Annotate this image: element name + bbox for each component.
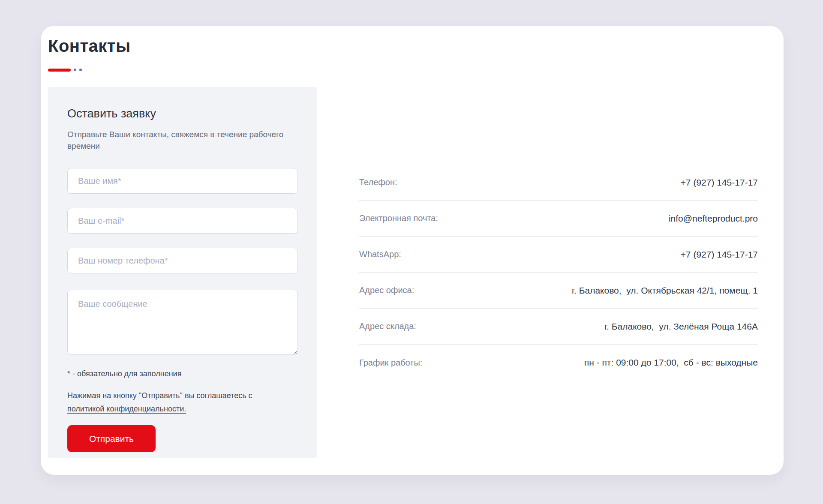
- contact-label: Телефон:: [359, 177, 397, 187]
- contact-row-whatsapp: WhatsApp: +7 (927) 145-17-17: [359, 237, 758, 273]
- contact-label: Адрес склада:: [359, 321, 416, 331]
- dot-decoration: [74, 69, 76, 71]
- page-title: Контакты: [48, 36, 131, 56]
- contact-label: Электронная почта:: [359, 213, 438, 223]
- form-description: Отправьте Ваши контакты, свяжемся в тече…: [67, 129, 290, 152]
- name-input[interactable]: [67, 168, 298, 194]
- contact-row-office-address: Адрес офиса: г. Балаково, ул. Октябрьска…: [359, 273, 758, 309]
- contact-value: г. Балаково, ул. Зелёная Роща 146А: [604, 321, 758, 332]
- privacy-policy-link[interactable]: политикой конфиденциальности.: [67, 405, 186, 413]
- email-input[interactable]: [67, 208, 298, 234]
- contact-info-list: Телефон: +7 (927) 145-17-17 Электронная …: [359, 165, 758, 381]
- title-underline-decoration: [48, 68, 82, 72]
- consent-prefix: Нажимая на кнопку "Отправить" вы соглаша…: [67, 391, 252, 400]
- contact-row-phone: Телефон: +7 (927) 145-17-17: [359, 165, 758, 201]
- required-fields-note: * - обязательно для заполнения: [67, 369, 298, 378]
- contacts-section-card: Контакты Оставить заявку Отправьте Ваши …: [41, 26, 784, 475]
- contact-value: +7 (927) 145-17-17: [681, 177, 758, 188]
- contact-value: +7 (927) 145-17-17: [681, 249, 758, 260]
- contact-label: График работы:: [359, 358, 422, 368]
- red-bar-decoration: [48, 69, 71, 72]
- submit-button[interactable]: Отправить: [67, 425, 156, 452]
- consent-text: Нажимая на кнопку "Отправить" вы соглаша…: [67, 389, 269, 416]
- request-form-panel: Оставить заявку Отправьте Ваши контакты,…: [48, 87, 317, 458]
- contact-label: Адрес офиса:: [359, 285, 414, 295]
- contact-value: пн - пт: 09:00 до 17:00, сб - вс: выходн…: [584, 357, 758, 368]
- contact-label: WhatsApp:: [359, 249, 401, 259]
- contact-row-email: Электронная почта: info@nefteproduct.pro: [359, 201, 758, 237]
- dot-decoration: [79, 69, 82, 71]
- contact-row-working-hours: График работы: пн - пт: 09:00 до 17:00, …: [359, 345, 758, 381]
- form-heading: Оставить заявку: [67, 107, 298, 120]
- message-textarea[interactable]: [67, 290, 298, 355]
- contact-value: г. Балаково, ул. Октябрьская 42/1, помещ…: [572, 285, 758, 296]
- contact-row-warehouse-address: Адрес склада: г. Балаково, ул. Зелёная Р…: [359, 309, 758, 345]
- phone-input[interactable]: [67, 248, 298, 273]
- contact-value: info@nefteproduct.pro: [669, 213, 758, 224]
